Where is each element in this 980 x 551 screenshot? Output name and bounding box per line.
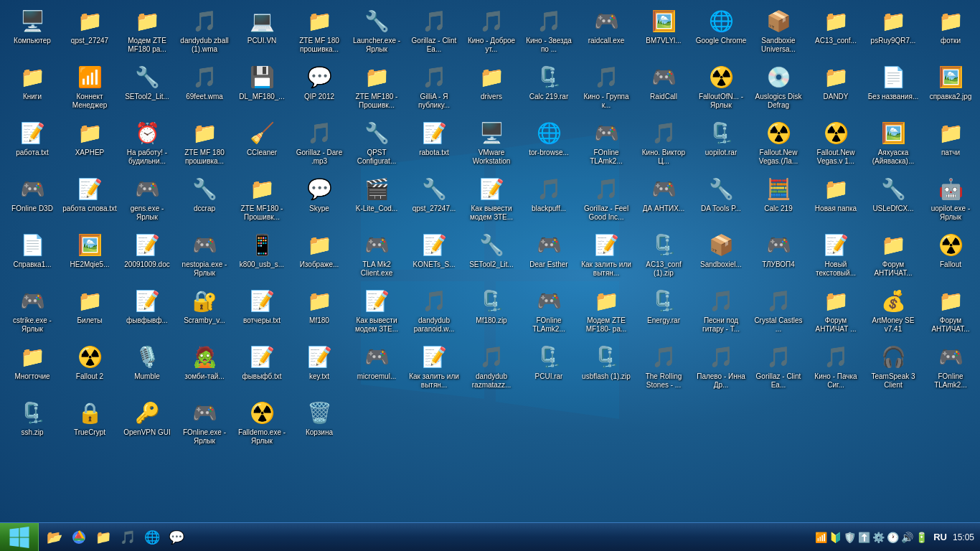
desktop-icon-kak_zalit2[interactable]: 📝Как залить или вытян... (405, 339, 463, 394)
tray-battery[interactable]: 🔋 (915, 532, 928, 543)
desktop-icon-fotki[interactable]: 📁фотки (922, 4, 979, 58)
desktop-icon-tor_browser[interactable]: 🌐tor-browse... (520, 116, 578, 170)
desktop-icon-dandydub_wma[interactable]: 🎵dandydub zball (1).wma (176, 4, 233, 58)
desktop-icon-da_tools[interactable]: 🔧DA Tools P... (692, 171, 750, 226)
desktop-icon-qip2012[interactable]: 💬QIP 2012 (291, 60, 348, 114)
taskbar-show-desktop[interactable]: 📂 (43, 526, 66, 549)
desktop-icon-fonline_d3d[interactable]: 🎮FOnline D3D (4, 171, 61, 226)
tray-security[interactable]: 🔰 (829, 532, 842, 543)
desktop-icon-zte_mf180_prosh2[interactable]: 📁ZTE MF180 - Прошивк... (233, 171, 291, 226)
desktop-icon-gorillaz_clint2[interactable]: 🎵Gorillaz - Clint Ea... (750, 339, 807, 394)
desktop-icon-fallout_new_vegas_v1[interactable]: ☢️Fallout.New Vegas.v 1... (807, 116, 864, 170)
desktop-icon-raidcall2[interactable]: 🎮RaidCall (635, 60, 692, 114)
desktop-icon-k800_usb[interactable]: 📱k800_usb_s... (233, 227, 291, 282)
desktop-icon-crystal_castles[interactable]: 🎵Crystal Castles ... (750, 283, 807, 338)
tray-clock[interactable]: 🕐 (887, 532, 899, 543)
desktop-icon-ac13_conf[interactable]: 📁AC13_conf... (807, 4, 864, 58)
desktop-icon-forum_antichat[interactable]: 📁Форум АНТИЧАТ... (864, 227, 922, 282)
desktop-icon-kak_vyvesti2[interactable]: 📝Как вывести модем ЗТЕ... (348, 283, 405, 338)
desktop-icon-bilety[interactable]: 📁Билеты (61, 283, 118, 338)
desktop-icon-izobr[interactable]: 📁Изображе... (291, 227, 348, 282)
desktop-icon-key_txt[interactable]: 📝key.txt (291, 339, 348, 394)
desktop-icon-gorillaz_clint[interactable]: 🎵Gorillaz - Clint Ea... (405, 4, 463, 58)
desktop-icon-fonline_tlamk2[interactable]: 🎮FOnline TLAmk2... (520, 283, 578, 338)
desktop-icon-k_lite[interactable]: 🎬K-Lite_Cod... (348, 171, 405, 226)
desktop-icon-setool2_lit[interactable]: 🔧SETool2_Lit... (118, 60, 176, 114)
desktop-icon-patchi[interactable]: 📁патчи (922, 116, 979, 170)
desktop-icon-fyvfyvf[interactable]: 📝фывфывф... (118, 283, 176, 338)
taskbar-explorer[interactable]: 📁 (92, 526, 115, 549)
desktop-icon-dear_esther[interactable]: 🎮Dear Esther (520, 227, 578, 282)
taskbar-media[interactable]: 🎵 (116, 526, 139, 549)
tray-update[interactable]: ⬆️ (858, 532, 870, 543)
start-button[interactable] (0, 523, 39, 552)
desktop-icon-doc20091009[interactable]: 📝20091009.doc (118, 227, 176, 282)
desktop-icon-dl_mf180[interactable]: 💾DL_MF180_... (233, 60, 291, 114)
desktop-icon-google_chrome[interactable]: 🌐Google Chrome (692, 4, 750, 58)
desktop-icon-votchery[interactable]: 📝вотчеры.txt (233, 283, 291, 338)
desktop-icon-microemul[interactable]: 🎮microemul... (348, 339, 405, 394)
tray-volume[interactable]: 🔊 (901, 532, 913, 543)
taskbar-network[interactable]: 🌐 (141, 526, 164, 549)
desktop-icon-qpst27247[interactable]: 📁qpst_27247 (61, 4, 118, 58)
desktop-icon-ssh_zip[interactable]: 🗜️ssh.zip (4, 395, 61, 450)
desktop-icon-gillia[interactable]: 🎵GilliA - Я публику... (405, 60, 463, 114)
desktop-icon-calc219[interactable]: 🧮Calc 219 (750, 171, 807, 226)
desktop-icon-computer[interactable]: 🖥️Компьютер (4, 4, 61, 58)
desktop-icon-gens_exe[interactable]: 🎮gens.exe - Ярлык (118, 171, 176, 226)
desktop-icon-modem_zte_mf180[interactable]: 📁Модем ZTE MF180- ра... (578, 283, 635, 338)
desktop-icon-modem_zte[interactable]: 📁Модем ZTE MF180 ра... (118, 4, 176, 58)
desktop-icon-forum_antichat3[interactable]: 📁Форум АНТИЧАТ... (922, 283, 979, 338)
desktop-icon-zte_mf180_prosh[interactable]: 📁ZTE MF 180 прошивка... (176, 116, 233, 170)
language-indicator[interactable]: RU (933, 532, 947, 542)
desktop-icon-pcui_vn[interactable]: 💻PCUI.VN (233, 4, 291, 58)
desktop-icon-mumble[interactable]: 🎙️Mumble (118, 339, 176, 394)
desktop-icon-xarner[interactable]: 📁ХАРНЕР (61, 116, 118, 170)
desktop-icon-falldemo[interactable]: ☢️Falldemo.exe - Ярлык (233, 395, 291, 450)
desktop-icon-mf180[interactable]: 📁Mf180 (291, 283, 348, 338)
desktop-icon-truecrypt[interactable]: 🔒TrueCrypt (61, 395, 118, 450)
desktop-icon-tluvop4[interactable]: 🎮ТЛУВОП4 (750, 227, 807, 282)
desktop-icon-kino_zvezda[interactable]: 🎵Кино - Звезда по ... (520, 4, 578, 58)
desktop-icon-openvpn[interactable]: 🔑OpenVPN GUI (118, 395, 176, 450)
desktop-icon-energy_rar[interactable]: 🗜️Energy.rar (635, 283, 692, 338)
desktop-icon-fallout2[interactable]: ☢️Fallout 2 (61, 339, 118, 394)
desktop-icon-bez_nazv[interactable]: 📄Без названия... (864, 60, 922, 114)
desktop-icon-bm7vlyl[interactable]: 🖼️BM7VLYl... (635, 4, 692, 58)
desktop-icon-teamspeak[interactable]: 🎧TeamSpeak 3 Client (864, 339, 922, 394)
desktop-icon-nestopia[interactable]: 🎮nestopia.exe - Ярлык (176, 227, 233, 282)
desktop-icon-spravka2[interactable]: 🖼️справка2.jpg (922, 60, 979, 114)
taskbar-skype[interactable]: 💬 (165, 526, 188, 549)
desktop-icon-mf180_zip[interactable]: 🗜️Mf180.zip (463, 283, 520, 338)
desktop-icon-kino_pacha[interactable]: 🎵Кино - Пачка Сиг... (807, 339, 864, 394)
desktop-icon-rabota_txt2[interactable]: 📝rabota.txt (405, 116, 463, 170)
desktop-icon-na_rabotu[interactable]: ⏰На работу! - будильни... (118, 116, 176, 170)
desktop-icon-launcher[interactable]: 🔧Launcher.exe - Ярлык (348, 4, 405, 58)
desktop-icon-uopilot_exe[interactable]: 🤖uopilot.exe - Ярлык (922, 171, 979, 226)
desktop-icon-kak_zalit[interactable]: 📝Как залить или вытян... (578, 227, 635, 282)
desktop-icon-kak_vyvesti[interactable]: 📝Как вывести модем ЗТЕ... (463, 171, 520, 226)
desktop-icon-gorillaz_feel[interactable]: 🎵Gorillaz - Feel Good Inc... (578, 171, 635, 226)
desktop-icon-usbflash_zip[interactable]: 🗜️usbflash (1).zip (578, 339, 635, 394)
desktop-icon-pesni_gitaru[interactable]: 🎵Песни под гитару - Т... (692, 283, 750, 338)
desktop-icon-fallout_new_vegas_la[interactable]: ☢️Fallout.New Vegas.(Ла... (750, 116, 807, 170)
desktop-icon-konets_s[interactable]: 📝KONETs_S... (405, 227, 463, 282)
desktop-icon-69feet[interactable]: 🎵69feet.wma (176, 60, 233, 114)
desktop-icon-gorillaz_dare[interactable]: 🎵Gorillaz - Dare .mp3 (291, 116, 348, 170)
desktop-icon-fonline_exe[interactable]: 🎮FOnline.exe - Ярлык (176, 395, 233, 450)
desktop-icon-vmware[interactable]: 🖥️VMware Workstation (463, 116, 520, 170)
desktop-icon-pcui_rar[interactable]: 🗜️PCUI.rar (520, 339, 578, 394)
desktop-icon-artmoney[interactable]: 💰ArtMoney SE v7.41 (864, 283, 922, 338)
desktop-icon-dccrap[interactable]: 🔧dccrap (176, 171, 233, 226)
desktop-icon-kino_viktor[interactable]: 🎵Кино. Виктор Ц... (635, 116, 692, 170)
desktop-icon-fyvfyvfb[interactable]: 📝фывыфб.txt (233, 339, 291, 394)
desktop-icon-ccleaner[interactable]: 🧹CCleaner (233, 116, 291, 170)
desktop-icon-uslefdc[interactable]: 🔧USLeDfCX... (864, 171, 922, 226)
desktop-icon-raidcall[interactable]: 🎮raidcall.exe (578, 4, 635, 58)
desktop-icon-zte_mf180_2[interactable]: 📁ZTE MF 180 прошивка... (291, 4, 348, 58)
desktop-icon-mnogtochie[interactable]: 📁Многточие (4, 339, 61, 394)
taskbar-chrome[interactable] (67, 526, 90, 549)
desktop-icon-fonline_tlamk[interactable]: 🎮FOnline TLAmk2... (578, 116, 635, 170)
desktop-icon-calc219rar[interactable]: 🗜️Calc 219.rar (520, 60, 578, 114)
desktop-icon-blackpuff[interactable]: 🎵blackpuff... (520, 171, 578, 226)
